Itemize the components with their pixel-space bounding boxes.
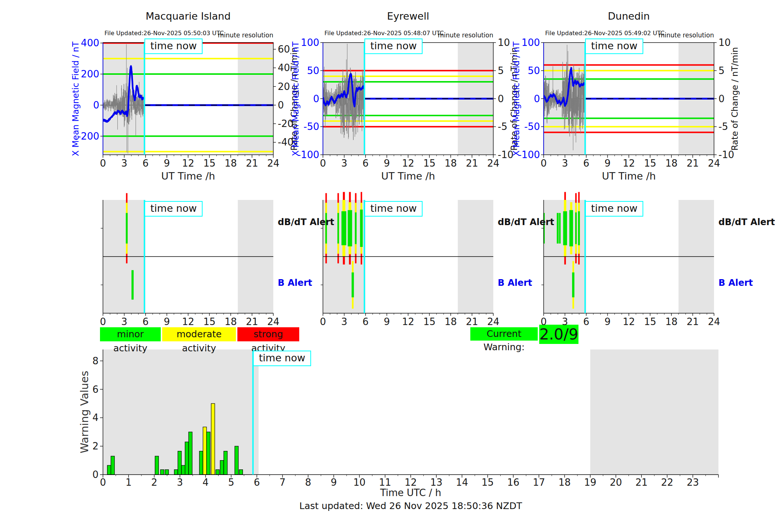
- warning-value-bar: [211, 404, 215, 475]
- time-utc-axis-label: Time UTC / h: [103, 487, 718, 498]
- warning-value-bar: [181, 465, 185, 475]
- alert-segment-green: [131, 270, 134, 300]
- y-tick-label-right: 10: [498, 37, 510, 48]
- x-tick-label: 16: [507, 477, 519, 488]
- warning-value-bar: [216, 470, 220, 475]
- x-axis-label: UT Time /h: [602, 170, 656, 182]
- y-tick-label-left: -50: [524, 121, 540, 132]
- y-tick-label-right: -5: [498, 121, 507, 132]
- warning-value-bar: [207, 432, 210, 475]
- warning-values-axis-label: Warning Values: [78, 371, 91, 453]
- y-tick-label-right: 20: [278, 81, 290, 92]
- x-tick-label: 2: [151, 477, 157, 488]
- x-tick-label: 8: [305, 477, 311, 488]
- y-tick-label-right: 0: [278, 100, 284, 111]
- warning-value-bar: [107, 465, 111, 475]
- x-tick-label: 9: [604, 316, 611, 327]
- y-tick-label-left: 200: [81, 68, 99, 80]
- warning-value-bar: [155, 456, 159, 475]
- y-tick-label: 4: [92, 412, 99, 423]
- minute-resolution-label: minute resolution: [544, 31, 714, 39]
- y-tick-label: 0: [92, 469, 99, 480]
- x-tick-label: 0: [320, 158, 326, 169]
- x-tick-label: 21: [246, 316, 258, 327]
- y-tick-label: 8: [92, 355, 99, 367]
- x-tick-label: 6: [363, 316, 369, 327]
- dbdt-alert-label: dB/dT Alert: [498, 217, 554, 227]
- x-tick-label: 1: [126, 477, 132, 488]
- x-tick-label: 9: [164, 316, 170, 327]
- x-tick-label: 12: [182, 158, 194, 169]
- x-tick-label: 6: [254, 477, 260, 488]
- x-tick-label: 22: [661, 477, 673, 488]
- x-tick-label: 24: [708, 316, 720, 327]
- alert-segment-green: [572, 272, 574, 297]
- current-warning-value: 2.0/9: [539, 325, 578, 344]
- x-tick-label: 24: [487, 316, 499, 327]
- x-tick-label: 0: [100, 477, 106, 488]
- time-now-flag: time now: [144, 201, 203, 217]
- x-tick-label: 6: [363, 158, 369, 169]
- b-alert-label: B Alert: [278, 278, 312, 288]
- x-tick-label: 10: [353, 477, 366, 488]
- y-tick-label-right: -40: [278, 137, 293, 148]
- x-tick-label: 17: [533, 477, 545, 488]
- y-tick-label-right: 5: [498, 65, 504, 76]
- alert-segment-green: [569, 210, 573, 247]
- legend-minor-activity: minor activity: [100, 327, 161, 341]
- y-tick-label-right: -10: [498, 149, 513, 160]
- x-tick-label: 20: [610, 477, 622, 488]
- x-tick-label: 15: [423, 158, 436, 169]
- x-tick-label: 3: [562, 158, 568, 169]
- y-tick-label: 6: [92, 384, 99, 395]
- x-tick-label: 15: [203, 316, 216, 327]
- x-tick-label: 23: [687, 477, 699, 488]
- x-tick-label: 21: [466, 316, 478, 327]
- x-tick-label: 24: [267, 158, 279, 169]
- y-tick-label-left: -50: [304, 121, 319, 132]
- x-tick-label: 9: [384, 158, 390, 169]
- x-tick-label: 21: [466, 158, 478, 169]
- warning-value-bar: [220, 461, 224, 475]
- minute-resolution-label: minute resolution: [323, 31, 493, 39]
- x-tick-label: 18: [558, 477, 571, 488]
- x-tick-label: 9: [604, 158, 611, 169]
- current-warning-label: Current Warning:: [470, 327, 538, 341]
- dbdt-alert-label: dB/dT Alert: [718, 217, 775, 227]
- y-axis-label-right-dunedin: Rate of Change / nT/min: [730, 47, 740, 151]
- x-tick-label: 11: [379, 477, 391, 488]
- warning-value-bar: [160, 470, 164, 475]
- x-tick-label: 15: [423, 316, 436, 327]
- legend-moderate-activity: moderate activity: [162, 327, 236, 341]
- station-title-macquarie: Macquarie Island: [103, 10, 273, 22]
- y-tick-label-right: -20: [278, 118, 293, 129]
- x-axis-label: UT Time /h: [381, 170, 435, 182]
- x-tick-label: 15: [481, 477, 494, 488]
- x-tick-label: 6: [143, 316, 149, 327]
- x-tick-label: 12: [402, 316, 414, 327]
- alert-segment-green: [578, 211, 580, 245]
- y-tick-label-right: 40: [278, 62, 290, 73]
- y-tick-label-left: 50: [528, 65, 540, 76]
- y-tick-label: 2: [92, 441, 99, 452]
- x-tick-label: 21: [246, 158, 258, 169]
- y-tick-label-left: 0: [313, 93, 319, 104]
- warning-value-bar: [111, 456, 114, 475]
- alert-segment-green: [360, 210, 363, 247]
- y-tick-label-left: -100: [518, 149, 540, 160]
- y-tick-label-right: 60: [278, 44, 290, 55]
- alert-segment-green: [557, 213, 558, 244]
- time-now-flag: time now: [144, 39, 203, 54]
- time-now-flag: time now: [585, 39, 643, 54]
- x-tick-label: 5: [228, 477, 234, 488]
- x-tick-label: 18: [224, 158, 237, 169]
- y-tick-label-left: -200: [77, 131, 99, 142]
- x-tick-label: 18: [665, 158, 677, 169]
- x-tick-label: 6: [143, 158, 149, 169]
- alert-segment-green: [575, 213, 577, 244]
- x-tick-label: 21: [687, 158, 699, 169]
- x-tick-label: 7: [279, 477, 286, 488]
- time-now-flag: time now: [364, 39, 423, 54]
- y-tick-label-left: 0: [534, 93, 540, 104]
- warning-value-bar: [199, 451, 203, 475]
